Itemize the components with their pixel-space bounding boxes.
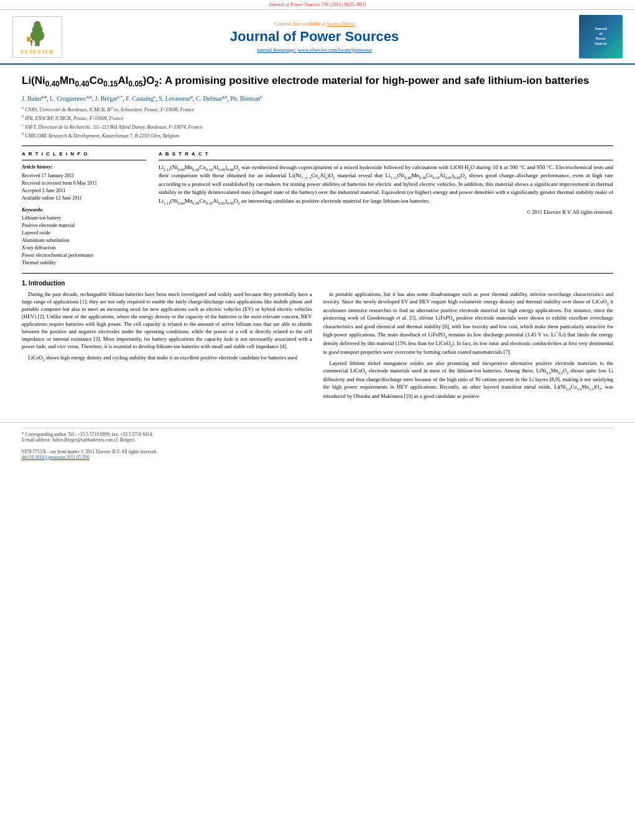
keyword-2: Positive electrode material bbox=[22, 222, 146, 229]
keywords-label: Keywords: bbox=[22, 207, 146, 213]
middle-divider bbox=[22, 273, 613, 274]
intro-right-text: in portable applications, but it has als… bbox=[323, 290, 614, 400]
sciencedirect-text[interactable]: ScienceDirect bbox=[327, 21, 355, 27]
intro-title: 1. Introduction bbox=[22, 280, 613, 287]
affil-c: SAFT, Direction de la Recherche, 111–113… bbox=[25, 124, 203, 130]
abstract-text: Li2.11(Ni0.40Mn0.39Co0.16Al0.05)0.89O2 w… bbox=[159, 164, 613, 206]
article-history: Article history: Received 17 January 201… bbox=[22, 164, 146, 202]
elsevier-tree-icon bbox=[19, 19, 56, 47]
intro-right-col: in portable applications, but it has als… bbox=[323, 290, 614, 404]
available-date: Available online 12 June 2011 bbox=[22, 195, 146, 202]
top-divider bbox=[22, 145, 613, 146]
doi-label: doi: bbox=[22, 455, 29, 460]
journal-homepage: journal homepage: www.elsevier.com/locat… bbox=[62, 47, 567, 53]
keywords-section: Keywords: Lithium-ion battery Positive e… bbox=[22, 207, 146, 267]
footer: * Corresponding author. Tel.: +33 5 5710… bbox=[0, 422, 635, 463]
affiliations: a CNRS, Université de Bordeaux, ICMCB, B… bbox=[22, 105, 613, 139]
keyword-5: X-ray diffraction bbox=[22, 244, 146, 252]
keyword-1: Lithium-ion battery bbox=[22, 215, 146, 222]
abstract-col: A B S T R A C T Li2.11(Ni0.40Mn0.39Co0.1… bbox=[159, 151, 613, 267]
article-info-label: A R T I C L E I N F O bbox=[22, 151, 146, 157]
article-info-col: A R T I C L E I N F O Article history: R… bbox=[22, 151, 146, 267]
svg-point-3 bbox=[34, 21, 40, 29]
intro-left-col: During the past decade, rechargeable lit… bbox=[22, 290, 312, 404]
issn-line: 0378-7753/$ – see front matter © 2011 El… bbox=[22, 449, 613, 455]
journal-center: Contents lists available at ScienceDirec… bbox=[62, 21, 567, 53]
sciencedirect-link: Contents lists available at ScienceDirec… bbox=[62, 21, 567, 27]
affil-d: UMICORE Research & Development, Kasteels… bbox=[25, 132, 179, 138]
revised-date: Received in revised form 6 May 2011 bbox=[22, 180, 146, 187]
authors-line: J. Bainsa,b, L. Croguenneca,b, J. Bréger… bbox=[22, 95, 613, 102]
article-title: Li(Ni0.40Mn0.40Co0.15Al0.05)O2: A promis… bbox=[22, 74, 613, 90]
doi-line: doi:10.1016/j.jpowsour.2011.05.016 bbox=[22, 455, 613, 460]
doi-url[interactable]: 10.1016/j.jpowsour.2011.05.016 bbox=[29, 455, 90, 460]
keyword-7: Thermal stability bbox=[22, 259, 146, 267]
received-date: Received 17 January 2011 bbox=[22, 172, 146, 180]
abstract-label: A B S T R A C T bbox=[159, 151, 613, 157]
history-label: Article history: bbox=[22, 164, 146, 171]
main-content: Li(Ni0.40Mn0.40Co0.15Al0.05)O2: A promis… bbox=[0, 65, 635, 413]
accepted-date: Accepted 3 June 2011 bbox=[22, 187, 146, 195]
journal-logo-right: Journal of Power Sources bbox=[579, 15, 623, 58]
copyright: © 2011 Elsevier B.V. All rights reserved… bbox=[159, 209, 613, 215]
intro-left-text: During the past decade, rechargeable lit… bbox=[22, 290, 312, 363]
email-note: E-mail address: Julien.Breger@saftbatter… bbox=[22, 437, 613, 443]
info-abstract-section: A R T I C L E I N F O Article history: R… bbox=[22, 151, 613, 267]
journal-header: ELSEVIER Contents lists available at Sci… bbox=[0, 10, 635, 65]
journal-citation: Journal of Power Sources 196 (2011) 8625… bbox=[269, 2, 367, 7]
journal-title: Journal of Power Sources bbox=[62, 29, 567, 45]
intro-body: During the past decade, rechargeable lit… bbox=[22, 290, 613, 404]
power-sources-logo: Journal of Power Sources bbox=[579, 15, 623, 58]
affil-a: CNRS, Université de Bordeaux, ICMCB, B7 … bbox=[25, 107, 195, 113]
citation-bar: Journal of Power Sources 196 (2011) 8625… bbox=[0, 0, 635, 10]
svg-point-4 bbox=[30, 40, 33, 42]
homepage-url[interactable]: www.elsevier.com/locate/jpowsour bbox=[298, 47, 372, 53]
keyword-6: Power electrochemical performance bbox=[22, 252, 146, 259]
keyword-3: Layered oxide bbox=[22, 229, 146, 237]
svg-rect-7 bbox=[27, 37, 30, 42]
corresponding-note: * Corresponding author. Tel.: +33 5 5710… bbox=[22, 432, 613, 437]
elsevier-wordmark: ELSEVIER bbox=[21, 48, 54, 55]
elsevier-logo: ELSEVIER bbox=[12, 16, 62, 58]
keyword-4: Aluminium substitution bbox=[22, 237, 146, 244]
affil-b: IPB, ENSCBP, ICMCB, Pessac, F-33608, Fra… bbox=[25, 116, 124, 121]
introduction-section: 1. Introduction During the past decade, … bbox=[22, 280, 613, 404]
